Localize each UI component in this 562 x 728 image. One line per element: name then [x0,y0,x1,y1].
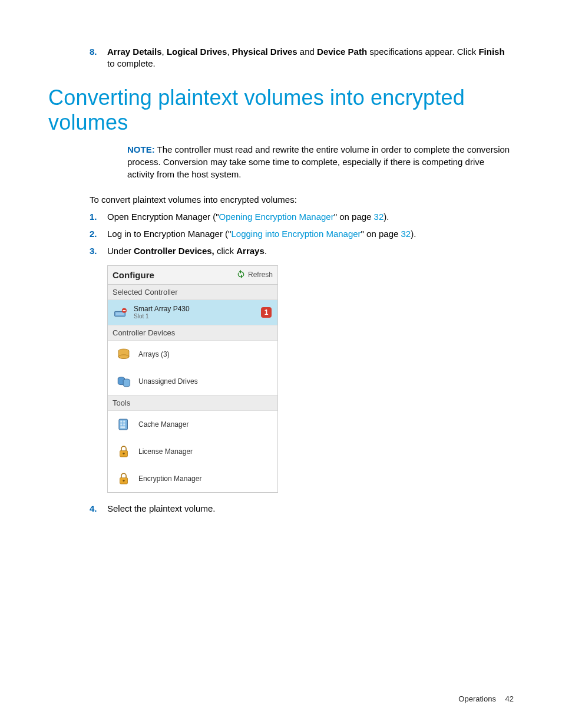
selected-controller-row[interactable]: Smart Array P430 Slot 1 1 [108,300,277,325]
controller-slot: Slot 1 [134,313,256,319]
arrays-label: Arrays (3) [138,350,170,358]
step-2: 2. Log in to Encryption Manager ("Loggin… [90,228,514,240]
page-footer: Operations 42 [458,694,514,703]
list-item-8: 8. Array Details, Logical Drives, Physic… [90,46,514,70]
svg-point-17 [123,479,124,481]
unassigned-label: Unassigned Drives [138,377,198,386]
svg-rect-11 [120,423,122,425]
svg-rect-1 [115,312,124,315]
step-number: 2. [90,228,107,240]
section-tools: Tools [108,395,277,411]
svg-point-15 [123,452,124,454]
arrays-icon [116,347,131,362]
drives-icon [116,374,131,389]
step-number: 1. [90,210,107,223]
step-4-text: Select the plaintext volume. [107,502,514,515]
encryption-manager-row[interactable]: Encryption Manager [108,465,277,492]
encryption-label: Encryption Manager [138,475,201,483]
panel-header: Configure Refresh [108,266,277,285]
bold-array-details: Array Details [107,47,162,57]
note-text: The controller must read and rewrite the… [127,144,510,179]
svg-rect-13 [120,426,125,428]
bold-arrays: Arrays [236,246,265,256]
lock-icon [116,471,131,486]
alert-badge: 1 [261,307,272,318]
intro-text: To convert plaintext volumes into encryp… [90,195,514,205]
note-label: NOTE: [127,144,155,154]
step-3: 3. Under Controller Devices, click Array… [90,245,514,257]
section-selected-controller: Selected Controller [108,285,277,300]
controller-card-icon [114,305,129,320]
list-body: Array Details, Logical Drives, Physical … [107,46,514,70]
refresh-label: Refresh [248,271,273,279]
arrays-row[interactable]: Arrays (3) [108,341,277,368]
step-number: 3. [90,245,107,257]
cache-label: Cache Manager [138,420,189,429]
refresh-button[interactable]: Refresh [236,269,273,281]
svg-rect-12 [123,423,125,425]
svg-rect-9 [120,420,122,422]
bold-controller-devices: Controller Devices, [134,246,214,256]
bold-finish: Finish [478,47,504,57]
note-block: NOTE: The controller must read and rewri… [127,143,514,180]
bold-device-path: Device Path [317,47,367,57]
section-controller-devices: Controller Devices [108,325,277,341]
license-label: License Manager [138,447,193,456]
step-number: 4. [90,502,107,515]
list-number: 8. [90,46,107,70]
link-logging-em[interactable]: Logging into Encryption Manager [231,229,361,239]
cache-icon [116,417,131,432]
footer-page-number: 42 [505,694,514,703]
link-page-32a[interactable]: 32 [374,212,384,222]
step-1: 1. Open Encryption Manager ("Opening Enc… [90,210,514,223]
bold-logical-drives: Logical Drives [167,47,227,57]
refresh-icon [236,269,246,281]
license-manager-row[interactable]: License Manager [108,438,277,465]
link-opening-em[interactable]: Opening Encryption Manager [219,212,334,222]
link-page-32b[interactable]: 32 [401,229,411,239]
page-heading: Converting plaintext volumes into encryp… [48,85,514,135]
step-4: 4. Select the plaintext volume. [90,502,514,515]
svg-rect-3 [123,309,125,311]
lock-icon [116,444,131,459]
cache-manager-row[interactable]: Cache Manager [108,411,277,438]
controller-name: Smart Array P430 [134,305,256,313]
bold-physical-drives: Physical Drives [232,47,297,57]
configure-panel: Configure Refresh Selected Controller Sm… [107,265,278,493]
footer-section: Operations [458,694,496,703]
svg-rect-10 [123,420,125,422]
unassigned-drives-row[interactable]: Unassigned Drives [108,368,277,395]
panel-title: Configure [113,270,154,280]
